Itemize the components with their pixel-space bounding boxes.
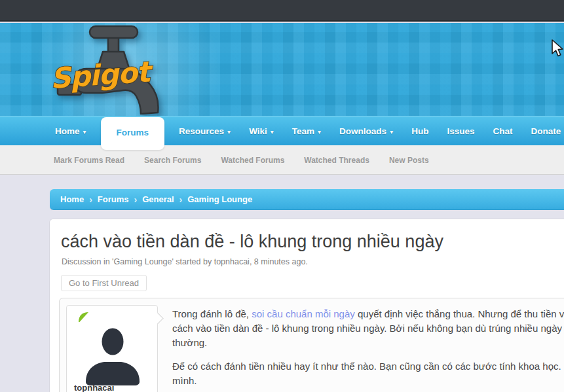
online-indicator-icon (78, 312, 89, 323)
nav-item-hub[interactable]: Hub (402, 116, 438, 146)
caret-down-icon: ▾ (83, 128, 86, 135)
thread-meta: Discussion in 'Gaming Lounge' started by… (62, 257, 564, 266)
nav-item-forums[interactable]: Forums (101, 117, 165, 150)
nav-item-issues[interactable]: Issues (438, 116, 483, 146)
post: topnhacai Trong đánh lô đề, soi cầu chuẩ… (59, 298, 564, 392)
caret-down-icon: ▾ (227, 128, 231, 135)
nav-item-downloads[interactable]: Downloads▾ (330, 116, 402, 146)
browser-top-bar (0, 0, 564, 22)
avatar[interactable] (80, 324, 145, 387)
spigot-logo[interactable]: Spigot (46, 23, 167, 115)
mouse-cursor-icon (551, 39, 564, 58)
forum-subnav: Mark Forums Read Search Forums Watched F… (0, 145, 564, 175)
caret-down-icon: ▾ (271, 128, 274, 135)
breadcrumb: Home › Forums › General › Gaming Lounge (50, 189, 564, 210)
thread-title: cách vào tiền dàn đề - lô khung trong nh… (61, 232, 564, 252)
subnav-new-posts[interactable]: New Posts (384, 145, 434, 175)
nav-item-home[interactable]: Home▾ (46, 116, 96, 146)
breadcrumb-gaming-lounge[interactable]: Gaming Lounge (187, 194, 252, 204)
post-message: Trong đánh lô đề, soi cầu chuẩn mỗi ngày… (172, 307, 564, 388)
subnav-watched-threads[interactable]: Watched Threads (299, 145, 375, 175)
chevron-right-icon: › (179, 194, 183, 205)
post-author-cell: topnhacai (66, 305, 158, 392)
chevron-right-icon: › (134, 194, 137, 205)
post-author-username[interactable]: topnhacai (74, 383, 114, 392)
nav-item-team[interactable]: Team▾ (283, 116, 330, 146)
go-to-first-unread-button[interactable]: Go to First Unread (61, 275, 147, 291)
post-inline-link[interactable]: soi cầu chuẩn mỗi ngày (252, 308, 355, 319)
caret-down-icon: ▾ (318, 128, 321, 135)
thread-content-card: cách vào tiền dàn đề - lô khung trong nh… (50, 219, 564, 392)
nav-item-donate[interactable]: Donate (521, 116, 564, 146)
caret-down-icon: ▾ (390, 128, 393, 135)
breadcrumb-general[interactable]: General (142, 194, 174, 204)
nav-item-resources[interactable]: Resources▾ (170, 116, 240, 146)
chevron-right-icon: › (89, 194, 92, 205)
main-nav: Home▾ Forums Resources▾ Wiki▾ Team▾ Down… (0, 116, 564, 145)
subnav-watched-forums[interactable]: Watched Forums (216, 145, 290, 175)
site-header: Spigot (0, 23, 564, 116)
nav-item-chat[interactable]: Chat (483, 116, 521, 146)
spigot-forums-page: { "header": { "logo_text": "Spigot" }, "… (0, 0, 564, 392)
breadcrumb-home[interactable]: Home (60, 194, 84, 204)
breadcrumb-forums[interactable]: Forums (98, 194, 129, 204)
nav-item-wiki[interactable]: Wiki▾ (240, 116, 283, 146)
